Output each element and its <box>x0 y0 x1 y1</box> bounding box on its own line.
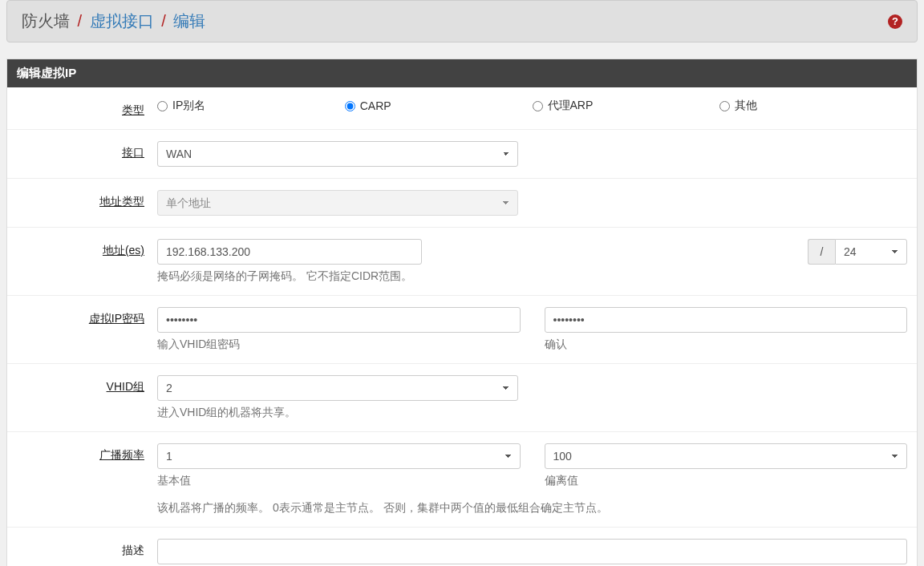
radio-ip-alias-input[interactable] <box>157 101 168 111</box>
mask-select[interactable]: 24 <box>835 239 907 265</box>
row-type: 类型 IP别名 CARP 代理ARP 其他 <box>7 87 917 130</box>
vhid-help: 进入VHID组的机器将共享。 <box>157 406 907 420</box>
breadcrumb-link-edit[interactable]: 编辑 <box>173 12 205 30</box>
breadcrumb-link-virtual-ip[interactable]: 虚拟接口 <box>90 12 154 30</box>
vip-password-help: 输入VHID组密码 <box>157 338 521 352</box>
row-interface: 接口 WAN <box>7 130 917 179</box>
row-description: 描述 在这里输入描述以供参考。 <box>7 528 917 566</box>
row-address: 地址(es) / 24 掩码必须是网络的子网掩码。 它不指定CIDR范围。 <box>7 228 917 296</box>
label-address: 地址(es) <box>103 244 144 257</box>
row-adv-freq: 广播频率 1 基本值 100 偏离值 该机器将广播的频率。 0表示通常是主节点。… <box>7 432 917 528</box>
label-addr-type: 地址类型 <box>99 195 144 208</box>
label-adv-freq: 广播频率 <box>99 448 144 461</box>
radio-other-input[interactable] <box>719 101 730 111</box>
adv-base-help: 基本值 <box>157 474 521 488</box>
radio-proxy-arp[interactable]: 代理ARP <box>533 99 720 113</box>
slash-label: / <box>808 239 835 265</box>
panel-title: 编辑虚拟IP <box>7 59 917 87</box>
radio-carp[interactable]: CARP <box>345 99 533 113</box>
row-addr-type: 地址类型 单个地址 <box>7 179 917 228</box>
address-help: 掩码必须是网络的子网掩码。 它不指定CIDR范围。 <box>157 269 907 284</box>
vhid-select[interactable]: 2 <box>157 375 518 401</box>
breadcrumb-sep: / <box>78 12 83 30</box>
label-vip-password: 虚拟IP密码 <box>89 312 144 325</box>
label-type: 类型 <box>122 103 144 116</box>
edit-vip-panel: 编辑虚拟IP 类型 IP别名 CARP 代理ARP 其他 <box>6 59 918 566</box>
radio-carp-input[interactable] <box>345 101 355 111</box>
row-vip-password: 虚拟IP密码 输入VHID组密码 确认 <box>7 296 917 364</box>
row-vhid: VHID组 2 进入VHID组的机器将共享。 <box>7 364 917 432</box>
address-input[interactable] <box>157 239 422 265</box>
vip-password-confirm-input[interactable] <box>545 307 908 333</box>
adv-base-select[interactable]: 1 <box>157 443 521 469</box>
breadcrumb-root: 防火墙 <box>22 12 70 30</box>
radio-ip-alias[interactable]: IP别名 <box>157 99 345 113</box>
radio-other[interactable]: 其他 <box>719 99 907 113</box>
addr-type-select: 单个地址 <box>157 190 518 216</box>
vip-password-confirm-help: 确认 <box>545 338 908 352</box>
adv-skew-help: 偏离值 <box>545 474 908 488</box>
help-icon[interactable]: ? <box>888 14 902 29</box>
radio-proxy-arp-input[interactable] <box>533 101 543 111</box>
adv-freq-long-help: 该机器将广播的频率。 0表示通常是主节点。 否则，集群中两个值的最低组合确定主节… <box>157 501 907 515</box>
adv-skew-select[interactable]: 100 <box>545 443 908 469</box>
label-description: 描述 <box>122 544 144 556</box>
interface-select[interactable]: WAN <box>157 141 518 167</box>
label-vhid: VHID组 <box>107 380 144 393</box>
description-input[interactable] <box>157 539 907 564</box>
breadcrumb: 防火墙 / 虚拟接口 / 编辑 <box>22 10 205 32</box>
breadcrumb-sep: / <box>161 12 166 30</box>
label-interface: 接口 <box>122 146 144 159</box>
page-header: 防火墙 / 虚拟接口 / 编辑 ? <box>6 0 918 42</box>
vip-password-input[interactable] <box>157 307 521 333</box>
